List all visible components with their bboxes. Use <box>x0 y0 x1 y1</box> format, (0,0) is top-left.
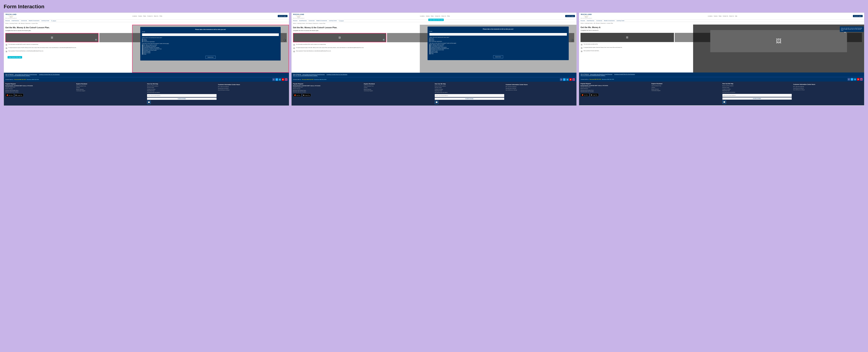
also-link-1-2[interactable]: Creating a Growth Plan For Your Business <box>39 74 60 75</box>
subscribe-btn-2[interactable]: SUBSCRIBE <box>435 97 504 100</box>
app-store-btn-3[interactable]: 🍎 App Store <box>581 93 589 96</box>
reorder-checks-2[interactable]: Reorder Checks Here <box>293 86 363 88</box>
fraud-link-2[interactable]: Reporting Fraud <box>435 90 504 92</box>
sub-2-wealth[interactable]: Wealth & Investments <box>316 20 327 21</box>
sunday-hours-2[interactable]: Branches with Sunday Hours <box>293 90 363 91</box>
instagram-icon-3[interactable]: 📷 <box>860 78 863 81</box>
sub-3-learning[interactable]: Learning Center <box>616 20 624 21</box>
cb-word-2[interactable]: Word of mouth <box>429 52 567 53</box>
community-link-1[interactable]: Community Support <box>76 90 146 92</box>
nav-link-3-careers[interactable]: Careers <box>714 16 717 17</box>
sub-wealth[interactable]: Wealth & Investments <box>29 20 39 21</box>
about-link-3[interactable]: About Rockland Trust <box>651 85 721 87</box>
twitter-icon-1[interactable]: t <box>276 78 278 81</box>
nav-link-3-contact[interactable]: Contact Us <box>722 16 728 17</box>
branch-link-2[interactable]: Branch Services <box>364 89 433 90</box>
nav-link-3-rates[interactable]: Rates <box>719 16 722 17</box>
nav-link-2-contact[interactable]: Contact Us <box>435 16 440 17</box>
nav-link-about[interactable]: About Us <box>154 16 158 17</box>
cb-email-1[interactable]: Received an email from Rockland Trust <box>142 48 279 50</box>
community-link-2[interactable]: Community Support <box>364 90 433 92</box>
sub-3-wealth[interactable]: Wealth & Investments <box>604 20 615 21</box>
cb-email-2[interactable]: Received an email from Rockland Trust <box>429 48 567 49</box>
nav-link-rates[interactable]: Rates <box>143 16 146 17</box>
sub-search[interactable]: 🔍 Search <box>51 20 56 21</box>
contact-link-1[interactable]: Contact Us Online <box>147 89 217 90</box>
radio-home-1[interactable]: Home <box>142 38 279 40</box>
subscribe-btn-3[interactable]: SUBSCRIBE <box>722 97 792 99</box>
youtube-icon-1[interactable]: ▶ <box>282 78 284 81</box>
modal-email-input-1[interactable] <box>142 33 279 36</box>
newsletter-input-2[interactable] <box>435 94 504 97</box>
also-link-3-3[interactable]: Why You Should Find a Banking Partner, I… <box>581 75 606 76</box>
security-link-1[interactable]: Security Center <box>147 87 217 89</box>
cb-social-1[interactable]: Rockland Trust social media <box>142 50 279 51</box>
nav-link-contact[interactable]: Contact Us <box>147 16 153 17</box>
atm-link-3[interactable]: Branch & ATM Locations <box>722 85 792 87</box>
cb-social-2[interactable]: Rockland Trust social media <box>429 49 567 50</box>
reorder-checks-1[interactable]: Reorder Checks Here <box>5 86 75 88</box>
about-link-2[interactable]: About Rockland Trust <box>364 85 433 87</box>
sub-2-learning[interactable]: Learning Center <box>329 20 337 21</box>
nav-link-3-locations[interactable]: Locations <box>708 16 713 17</box>
linkedin-icon-3[interactable]: in <box>854 78 857 81</box>
careers-link-3[interactable]: Careers <box>651 87 721 88</box>
sub-learning[interactable]: Learning Center <box>41 20 49 21</box>
cb-branch-2[interactable]: At a Rockland Trust Branch <box>429 46 567 47</box>
sub-2-search[interactable]: 🔍 Search <box>339 20 344 21</box>
sunday-hours-1[interactable]: Branches with Sunday Hours <box>5 90 75 91</box>
nav-link-2-locations[interactable]: Locations <box>420 16 425 17</box>
chat-icon-3[interactable]: 💬 <box>722 100 726 104</box>
cb-branch-1[interactable]: At a Rockland Trust Branch <box>142 46 279 47</box>
security-link-3[interactable]: Security Center <box>722 87 792 88</box>
cb-other-1[interactable]: Other <box>142 54 279 55</box>
branch-services-2[interactable]: Branch Services <box>293 88 363 90</box>
reorder-checks-3[interactable]: Reorder Checks Here <box>581 86 650 88</box>
branch-link-3[interactable]: Branch Services <box>651 88 721 90</box>
linkedin-icon-1[interactable]: in <box>279 78 281 81</box>
nav-link-2-about[interactable]: About Us <box>441 16 446 17</box>
radio-home-2[interactable]: Home <box>429 38 567 39</box>
atm-link-2[interactable]: Branch & ATM Locations <box>435 85 504 87</box>
careers-link-1[interactable]: Careers <box>76 87 146 89</box>
nav-link-faqs[interactable]: FAQs <box>159 16 162 17</box>
sub-3-commercial[interactable]: Commercial <box>596 20 602 21</box>
radio-school-2[interactable]: School <box>429 39 567 40</box>
sub-commercial[interactable]: Commercial <box>21 20 27 21</box>
branch-link-1[interactable]: Branch Services <box>76 89 146 90</box>
google-play-btn-1[interactable]: ▶ Google Play <box>14 93 23 97</box>
contact-link-3[interactable]: Contact Us Online <box>722 88 792 90</box>
card-1-1[interactable]: 🖼 🔍 <box>5 33 99 42</box>
nav-link-2-rates[interactable]: Rates <box>431 16 434 17</box>
nav-link-locations[interactable]: Locations <box>132 16 137 17</box>
instagram-icon-2[interactable]: 📷 <box>572 78 575 81</box>
twitter-icon-3[interactable]: t <box>851 78 853 81</box>
also-link-3-2[interactable]: Creating a Growth Plan For Your Business <box>614 74 635 75</box>
cb-search-1[interactable]: Search Engine <box>142 51 279 52</box>
chat-icon-2[interactable]: 💬 <box>435 100 438 104</box>
community-link-3[interactable]: Community Support <box>651 90 721 91</box>
careers-link-2[interactable]: Careers <box>364 87 433 89</box>
nav-link-2-faqs[interactable]: FAQs <box>447 16 450 17</box>
submit-btn-2[interactable]: Submit form <box>493 55 503 58</box>
cb-word-1[interactable]: Word of mouth <box>142 52 279 53</box>
facebook-icon-2[interactable]: f <box>560 78 562 81</box>
newsletter-input-3[interactable] <box>722 94 792 97</box>
also-link-2-3[interactable]: Why You Should Find a Banking Partner, I… <box>293 75 318 76</box>
chat-icon-1[interactable]: 💬 <box>147 100 151 104</box>
also-link-1-3[interactable]: Why You Should Find a Banking Partner, I… <box>5 75 30 76</box>
sunday-hours-3[interactable]: Branches with Sunday Hours <box>581 89 650 91</box>
sub-personal[interactable]: Personal <box>5 20 10 21</box>
coin-counters-1[interactable]: Branches with Coin Counters <box>5 91 75 93</box>
card-1-1-search[interactable]: 🔍 <box>95 38 97 41</box>
card-2-1-search[interactable]: 🔍 <box>382 38 385 41</box>
sub-3-small-biz[interactable]: Small Business <box>587 20 594 21</box>
newsletter-input-1[interactable] <box>147 94 217 97</box>
app-store-btn-1[interactable]: 🍎 App Store <box>5 93 14 97</box>
branch-services-3[interactable]: Branch Services <box>581 88 650 89</box>
nav-link-3-help[interactable]: Help <box>735 16 737 17</box>
cb-website-2[interactable]: Visited the Rockland Trust website <box>429 47 567 48</box>
account-btn-2[interactable]: Account Logins <box>565 15 575 17</box>
cb-ms-money-1[interactable]: Ms. Money visited our school <box>142 45 279 46</box>
twitter-icon-2[interactable]: t <box>563 78 566 81</box>
